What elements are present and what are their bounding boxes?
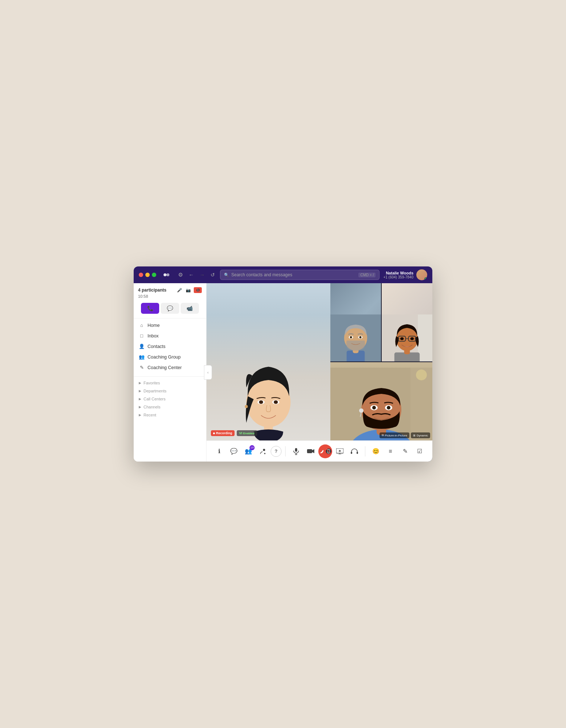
call-timer: 10:58 [138, 293, 202, 301]
search-input[interactable] [231, 272, 356, 277]
participants-label: 4 participants [138, 288, 166, 293]
svg-rect-19 [418, 314, 432, 361]
sidebar-tabs: 📞 💬 📹 [138, 301, 202, 316]
sidebar-item-coaching-group[interactable]: 👥 Coaching Group [134, 352, 206, 362]
nav-items: ⌂ Home □ Inbox 👤 Contacts 👥 Coaching Gro… [134, 318, 206, 374]
tab-call[interactable]: 📞 [141, 303, 159, 314]
more-button[interactable]: ≡ [384, 444, 397, 458]
sidebar-section-call-centers[interactable]: ▶ Call Centers [134, 395, 206, 403]
app-logo [161, 270, 172, 280]
participants-button[interactable]: 👥 19 [241, 444, 255, 458]
svg-point-8 [274, 400, 278, 404]
traffic-lights [139, 273, 156, 277]
sidebar-item-inbox[interactable]: □ Inbox [134, 331, 206, 341]
svg-point-38 [359, 408, 363, 413]
video-area: Recording VI Enabled [207, 283, 432, 462]
nav-divider [134, 376, 206, 377]
microphone-button[interactable] [289, 444, 303, 458]
main-video: Recording VI Enabled [207, 283, 330, 440]
divider-2 [365, 446, 365, 456]
svg-point-35 [372, 406, 376, 410]
toolbar-left: ℹ 💬 👥 19 ? [212, 444, 282, 458]
minimize-button[interactable] [145, 273, 150, 277]
call-centers-label: Call Centers [144, 397, 166, 401]
user-phone: +1 (604) 359-7840 [383, 275, 413, 279]
side-video-column: ⧉ Picture-in-Picture ⊞ Dynamic [330, 283, 432, 440]
svg-rect-43 [307, 449, 312, 453]
departments-label: Departments [144, 389, 166, 393]
nav-controls: ⚙ ← → ↺ [177, 270, 216, 280]
screen-share-button[interactable] [333, 444, 347, 458]
sidebar-item-coaching-center[interactable]: ✎ Coaching Center [134, 362, 206, 373]
svg-point-15 [350, 336, 352, 339]
video-grid: Recording VI Enabled [207, 283, 432, 440]
favorites-label: Favorites [144, 381, 160, 385]
toolbar-right: 😊 ≡ ✎ ☑ [369, 444, 427, 458]
back-button[interactable]: ← [187, 270, 195, 279]
end-session-button[interactable]: 📵 [194, 287, 202, 293]
tab-video[interactable]: 📹 [181, 303, 199, 314]
toolbar: ℹ 💬 👥 19 ? [207, 440, 432, 462]
status-dot [424, 277, 427, 280]
user-info: Natalie Woods +1 (604) 359-7840 [383, 269, 427, 280]
annotate-button[interactable]: ✎ [398, 444, 412, 458]
contacts-icon: 👤 [139, 344, 145, 349]
coaching-center-icon: ✎ [139, 365, 145, 370]
chat-button[interactable]: 💬 [227, 444, 241, 458]
svg-point-30 [416, 369, 427, 380]
sidebar-collapse-button[interactable]: ‹ [204, 365, 212, 380]
chevron-right-icon: ▶ [139, 381, 141, 385]
divider-1 [285, 446, 286, 456]
close-button[interactable] [139, 273, 143, 277]
toolbar-center: 📵 [289, 444, 361, 458]
refresh-button[interactable]: ↺ [209, 270, 216, 279]
checklist-button[interactable]: ☑ [413, 444, 427, 458]
title-bar: ⚙ ← → ↺ 🔍 CMD + / Natalie Woods +1 (604)… [134, 266, 432, 283]
camera-button[interactable] [304, 444, 318, 458]
sidebar-header: 4 participants 🎤 📷 📵 10:58 📞 💬 [134, 283, 206, 318]
sidebar-section-channels[interactable]: ▶ Channels [134, 403, 206, 411]
sidebar-section-recent[interactable]: ▶ Recent [134, 411, 206, 419]
svg-rect-49 [357, 452, 358, 454]
add-user-button[interactable] [256, 444, 270, 458]
sidebar-label-inbox: Inbox [148, 333, 159, 339]
maximize-button[interactable] [152, 273, 156, 277]
participants-controls: 🎤 📷 📵 [176, 287, 202, 293]
dynamic-button[interactable]: ⊞ Dynamic [411, 432, 430, 438]
search-bar[interactable]: 🔍 CMD + / [220, 270, 380, 280]
sidebar-label-coaching-center: Coaching Center [148, 365, 182, 370]
help-button[interactable]: ? [271, 446, 282, 457]
participant-video-1 [330, 283, 381, 361]
emoji-button[interactable]: 😊 [369, 444, 383, 458]
headset-button[interactable] [347, 444, 361, 458]
svg-rect-48 [351, 452, 352, 454]
end-call-button[interactable]: 📵 [318, 444, 332, 458]
svg-point-0 [164, 273, 166, 276]
svg-point-37 [387, 406, 390, 410]
pip-button[interactable]: ⧉ Picture-in-Picture [380, 432, 409, 438]
video-button[interactable]: 📷 [185, 287, 192, 293]
info-button[interactable]: ℹ [212, 444, 226, 458]
participant-video-3: ⧉ Picture-in-Picture ⊞ Dynamic [330, 362, 432, 440]
sidebar-section-favorites[interactable]: ▶ Favorites [134, 379, 206, 387]
sidebar-label-coaching-group: Coaching Group [148, 355, 181, 360]
forward-button[interactable]: → [198, 270, 206, 279]
sidebar-label-contacts: Contacts [148, 344, 165, 349]
search-shortcut: CMD + / [358, 273, 376, 277]
svg-point-1 [166, 273, 169, 276]
pip-badge: ⧉ Picture-in-Picture ⊞ Dynamic [380, 432, 430, 438]
coaching-group-icon: 👥 [139, 354, 145, 360]
settings-button[interactable]: ⚙ [177, 270, 184, 280]
svg-point-27 [410, 337, 414, 340]
avatar [416, 269, 427, 280]
search-icon: 🔍 [224, 273, 229, 277]
sidebar-section-departments[interactable]: ▶ Departments [134, 387, 206, 395]
tab-chat[interactable]: 💬 [161, 303, 179, 314]
chevron-right-icon-3: ▶ [139, 397, 141, 401]
recent-label: Recent [144, 413, 156, 417]
mute-button[interactable]: 🎤 [176, 287, 183, 293]
svg-point-9 [245, 405, 248, 408]
sidebar-item-contacts[interactable]: 👤 Contacts [134, 341, 206, 352]
sidebar-item-home[interactable]: ⌂ Home [134, 320, 206, 331]
sidebar-label-home: Home [148, 323, 160, 328]
